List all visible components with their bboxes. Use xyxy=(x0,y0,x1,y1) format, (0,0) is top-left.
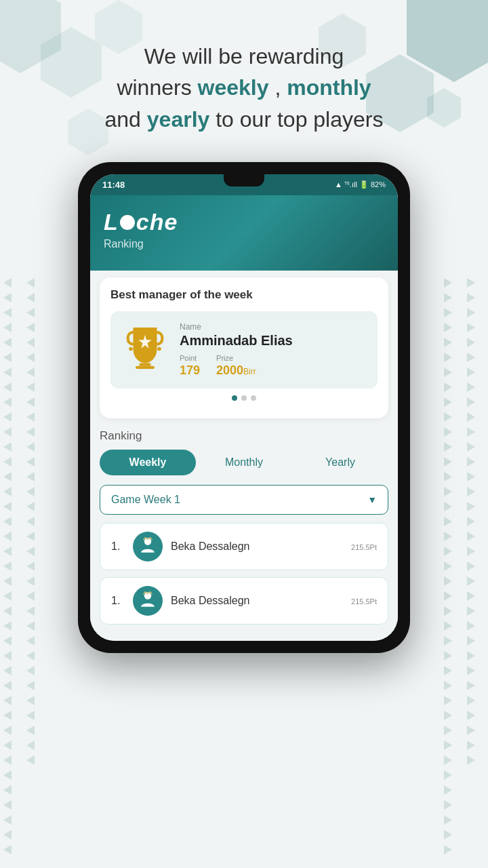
phone-notch xyxy=(224,174,264,186)
weekly-highlight: weekly xyxy=(198,75,269,100)
svg-point-6 xyxy=(160,340,163,343)
dropdown-label: Game Week 1 xyxy=(111,494,180,506)
phone-mockup-container: 11:48 ▲ ᵀᴱ.ıll 🔋 82% Lche Ranking Best m… xyxy=(0,162,488,653)
point-value: 179 xyxy=(180,363,200,378)
svg-point-8 xyxy=(144,592,151,599)
rank-number-1: 1. xyxy=(111,540,125,553)
person-icon-1 xyxy=(139,536,157,557)
svg-point-7 xyxy=(144,538,151,545)
manager-stats: Point 179 Prize 2000Birr xyxy=(180,354,367,378)
player-name-1: Beka Dessalegn xyxy=(171,540,343,553)
app-header: Lche Ranking xyxy=(90,195,398,271)
ranking-section: Ranking Weekly Monthly Yearly Game Week … xyxy=(100,429,388,625)
promo-text: We will be rewarding winners weekly , mo… xyxy=(0,0,488,149)
app-content: Best manager of the week xyxy=(90,271,398,641)
logo-ball-icon xyxy=(120,215,135,230)
prize-label: Prize xyxy=(216,354,256,362)
app-subtitle: Ranking xyxy=(104,238,384,250)
point-stat: Point 179 xyxy=(180,354,200,378)
phone-screen: 11:48 ▲ ᵀᴱ.ıll 🔋 82% Lche Ranking Best m… xyxy=(90,174,398,641)
best-manager-title: Best manager of the week xyxy=(110,288,378,302)
player-avatar-2 xyxy=(133,586,163,616)
dot-inactive-1 xyxy=(241,395,247,401)
prize-value: 2000Birr xyxy=(216,363,256,378)
player-avatar-1 xyxy=(133,532,163,561)
svg-point-3 xyxy=(129,347,133,351)
name-label: Name xyxy=(180,322,367,332)
player-name-2: Beka Dessalegn xyxy=(171,595,343,607)
svg-rect-0 xyxy=(140,363,151,366)
person-icon-2 xyxy=(139,590,157,612)
tab-weekly[interactable]: Weekly xyxy=(100,450,196,475)
svg-point-5 xyxy=(127,340,129,343)
svg-point-4 xyxy=(157,347,161,351)
manager-name: Amminadab Elias xyxy=(180,333,367,349)
dot-inactive-2 xyxy=(251,395,256,401)
tab-yearly[interactable]: Yearly xyxy=(292,450,388,475)
card-dots-indicator xyxy=(110,395,378,401)
app-logo: Lche xyxy=(104,209,384,235)
yearly-highlight: yearly xyxy=(147,107,210,132)
phone-frame: 11:48 ▲ ᵀᴱ.ıll 🔋 82% Lche Ranking Best m… xyxy=(78,162,410,653)
point-label: Point xyxy=(180,354,200,362)
prize-stat: Prize 2000Birr xyxy=(216,354,256,378)
tab-monthly[interactable]: Monthly xyxy=(196,450,292,475)
player-points-2: 215.5Pt xyxy=(351,595,377,607)
game-week-dropdown[interactable]: Game Week 1 ▼ xyxy=(100,485,388,515)
promo-line1: We will be rewarding xyxy=(144,44,344,68)
player-points-1: 215.5Pt xyxy=(351,540,377,553)
rank-item-1: 1. Beka Dessalegn xyxy=(100,523,388,570)
status-time: 11:48 xyxy=(102,180,125,190)
dot-active xyxy=(232,395,237,401)
dropdown-arrow-icon: ▼ xyxy=(367,494,377,505)
manager-details: Name Amminadab Elias Point 179 Prize xyxy=(180,322,367,378)
best-manager-card: Best manager of the week xyxy=(100,277,388,418)
svg-rect-1 xyxy=(136,366,155,369)
monthly-highlight: monthly xyxy=(287,75,371,100)
trophy-icon xyxy=(121,323,169,377)
manager-info-box: Name Amminadab Elias Point 179 Prize xyxy=(110,311,378,389)
status-icons: ▲ ᵀᴱ.ıll 🔋 82% xyxy=(335,180,386,189)
rank-item-2: 1. Beka Dessalegn xyxy=(100,577,388,625)
rank-number-2: 1. xyxy=(111,595,125,607)
ranking-section-title: Ranking xyxy=(100,429,388,443)
ranking-tabs[interactable]: Weekly Monthly Yearly xyxy=(100,450,388,475)
